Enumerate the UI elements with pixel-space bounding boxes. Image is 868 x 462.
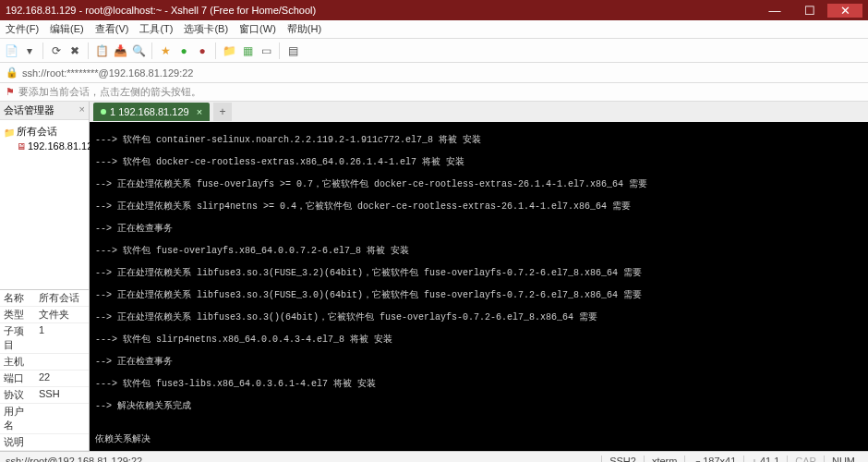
status-dot-icon: [101, 109, 106, 115]
menu-tools[interactable]: 工具(T): [138, 21, 175, 37]
layout-icon[interactable]: ▤: [285, 43, 300, 58]
lock-icon: 🔒: [6, 67, 18, 79]
prop-val: [35, 404, 89, 433]
prop-val: SSH: [35, 387, 89, 403]
toolbar: 📄 ▾ ⟳ ✖ 📋 📥 🔍 ★ ● ● 📁 ▦ ▭ ▤: [0, 39, 868, 63]
menu-window[interactable]: 窗口(W): [237, 21, 278, 37]
menu-file[interactable]: 文件(F): [4, 21, 41, 37]
tab-session[interactable]: 1 192.168.81.129 ×: [93, 103, 210, 121]
menu-help[interactable]: 帮助(H): [285, 21, 323, 37]
props-icon[interactable]: ★: [158, 43, 173, 58]
tree-host[interactable]: 192.168.81.129: [4, 140, 85, 152]
session-manager-pane: 会话管理器 × 所有会话 192.168.81.129 名称所有会话 类型文件夹…: [0, 102, 90, 451]
prop-key: 说明: [0, 434, 35, 450]
address-text[interactable]: ssh://root:********@192.168.81.129:22: [22, 67, 193, 79]
screen-icon[interactable]: ▭: [259, 43, 273, 58]
prop-val: 1: [35, 323, 89, 353]
prop-val: 所有会话: [35, 290, 89, 306]
new-session-icon[interactable]: 📄: [4, 43, 18, 58]
prop-key: 用户名: [0, 404, 35, 433]
maximize-button[interactable]: ☐: [792, 4, 827, 18]
property-table: 名称所有会话 类型文件夹 子项目1 主机 端口22 协议SSH 用户名 说明: [0, 289, 89, 451]
status-cursor: ↓ 41,1: [743, 456, 787, 463]
paste-icon[interactable]: 📥: [113, 43, 127, 58]
close-button[interactable]: ✕: [827, 4, 862, 18]
address-bar: 🔒 ssh://root:********@192.168.81.129:22: [0, 63, 868, 83]
session-pane-header: 会话管理器 ×: [0, 102, 89, 120]
color-icon[interactable]: ●: [176, 43, 191, 58]
menu-edit[interactable]: 编辑(E): [48, 21, 86, 37]
status-bar: ssh://root@192.168.81.129:22 SSH2 xterm …: [0, 451, 868, 462]
tab-close-icon[interactable]: ×: [197, 106, 202, 117]
prop-key: 协议: [0, 387, 35, 403]
status-num: NUM: [824, 456, 862, 463]
menu-view[interactable]: 查看(V): [93, 21, 131, 37]
menu-tabs[interactable]: 选项卡(B): [182, 21, 230, 37]
menu-bar: 文件(F) 编辑(E) 查看(V) 工具(T) 选项卡(B) 窗口(W) 帮助(…: [0, 20, 868, 39]
hint-text: 要添加当前会话，点击左侧的箭头按钮。: [18, 85, 201, 99]
prop-key: 端口: [0, 371, 35, 386]
prop-key: 名称: [0, 290, 35, 306]
prop-key: 类型: [0, 307, 35, 322]
status-protocol: SSH2: [601, 456, 644, 463]
host-icon: [17, 140, 26, 152]
terminal-output[interactable]: ---> 软件包 container-selinux.noarch.2.2.11…: [90, 122, 868, 451]
tree-root[interactable]: 所有会话: [4, 124, 85, 140]
status-size: ┌ 187x41: [684, 456, 743, 463]
prop-val: 文件夹: [35, 307, 89, 322]
status-termtype: xterm: [644, 456, 685, 463]
prop-key: 主机: [0, 354, 35, 370]
open-session-icon[interactable]: ▾: [22, 43, 37, 58]
flag-icon: ⚑: [6, 86, 15, 98]
session-tree[interactable]: 所有会话 192.168.81.129: [0, 120, 89, 289]
pane-close-icon[interactable]: ×: [79, 103, 85, 117]
prop-val: 22: [35, 371, 89, 386]
window-title: 192.168.81.129 - root@localhost:~ - Xshe…: [6, 5, 757, 16]
color2-icon[interactable]: ●: [195, 43, 210, 58]
copy-icon[interactable]: 📋: [94, 43, 109, 58]
terminal-pane: 1 192.168.81.129 × + ---> 软件包 container-…: [90, 102, 868, 451]
find-icon[interactable]: 🔍: [131, 43, 146, 58]
terminal-tabs: 1 192.168.81.129 × +: [90, 102, 868, 122]
add-tab-button[interactable]: +: [213, 103, 232, 121]
disconnect-icon[interactable]: ✖: [67, 43, 82, 58]
tree-root-label: 所有会话: [17, 125, 57, 139]
prop-val: [35, 434, 89, 450]
reconnect-icon[interactable]: ⟳: [49, 43, 64, 58]
tab-label: 1 192.168.81.129: [110, 106, 189, 117]
status-connection: ssh://root@192.168.81.129:22: [6, 456, 601, 463]
tree-host-label: 192.168.81.129: [28, 140, 98, 152]
hint-bar: ⚑ 要添加当前会话，点击左侧的箭头按钮。: [0, 83, 868, 102]
session-pane-title: 会话管理器: [4, 103, 54, 117]
prop-key: 子项目: [0, 323, 35, 353]
folder-icon: [4, 127, 15, 138]
status-caps: CAP: [787, 456, 824, 463]
folder-icon[interactable]: 📁: [222, 43, 236, 58]
xftp-icon[interactable]: ▦: [240, 43, 255, 58]
minimize-button[interactable]: —: [757, 4, 792, 18]
window-titlebar: 192.168.81.129 - root@localhost:~ - Xshe…: [0, 0, 868, 20]
prop-val: [35, 354, 89, 370]
